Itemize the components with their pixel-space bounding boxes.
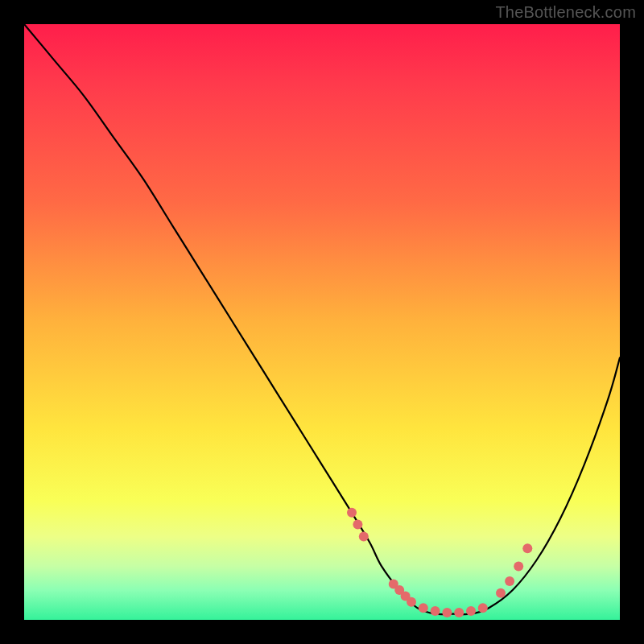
marker-dot <box>407 597 416 607</box>
marker-dot <box>478 603 488 613</box>
marker-dot <box>454 608 464 617</box>
marker-dot <box>419 603 428 613</box>
marker-dot <box>353 520 362 530</box>
marker-dot <box>442 608 452 617</box>
curve-line <box>24 24 620 614</box>
marker-dot <box>496 588 506 598</box>
chart-svg <box>24 24 620 620</box>
marker-dot <box>522 543 532 553</box>
marker-dots <box>347 508 532 617</box>
marker-dot <box>505 576 514 586</box>
marker-dot <box>431 606 440 616</box>
watermark-text: TheBottleneck.com <box>495 3 636 22</box>
plot-area <box>24 24 620 620</box>
chart-frame: TheBottleneck.com <box>0 0 644 644</box>
marker-dot <box>466 606 476 616</box>
marker-dot <box>514 561 523 571</box>
marker-dot <box>359 531 369 541</box>
marker-dot <box>347 508 357 518</box>
